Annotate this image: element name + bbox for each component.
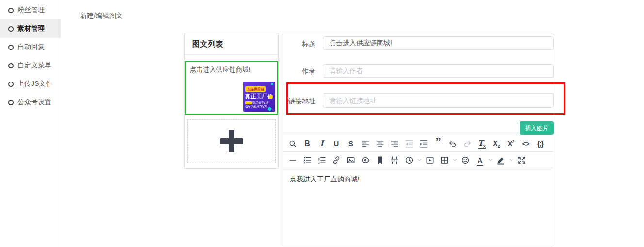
toolbar-page-break-button[interactable] bbox=[387, 152, 402, 168]
radio-circle-icon bbox=[8, 63, 14, 68]
blockquote-icon: ” bbox=[435, 139, 441, 148]
editor-toolbar-row1: BIUS”TxX2X2<>{;} bbox=[283, 135, 554, 152]
toolbar-align-left-button[interactable] bbox=[358, 135, 373, 152]
article-card-title: 点击进入供应链商城! bbox=[190, 66, 273, 74]
underline-icon: U bbox=[334, 139, 339, 148]
toolbar-italic-button[interactable]: I bbox=[314, 135, 329, 152]
plus-icon bbox=[220, 130, 243, 152]
toolbar-preview-button[interactable] bbox=[358, 152, 373, 168]
toolbar-clear-format-button[interactable]: Tx bbox=[475, 135, 489, 152]
article-edit-form: 标题作者链接地址 插入图片 BIUS”TxX2X2<>{;} 123A 点我进入… bbox=[283, 34, 554, 245]
toolbar-undo-button[interactable] bbox=[446, 135, 460, 152]
link-field-label: 链接地址 bbox=[283, 97, 315, 106]
article-list-title: 图文列表 bbox=[185, 33, 278, 55]
sidebar-item-account-settings[interactable]: 公众号设置 bbox=[0, 93, 61, 112]
numbered-list-icon: 123 bbox=[317, 156, 326, 165]
editor-content-area[interactable]: 点我进入工厂直购商城! bbox=[283, 169, 554, 246]
toolbar-insert-time-button[interactable] bbox=[402, 152, 416, 168]
table-dropdown-button[interactable] bbox=[452, 152, 458, 168]
toolbar-emoji-button[interactable] bbox=[458, 152, 473, 168]
toolbar-numbered-list-button[interactable]: 123 bbox=[314, 152, 329, 168]
sidebar-item-label: 自动回复 bbox=[17, 43, 45, 51]
chevron-down-icon bbox=[417, 156, 422, 165]
table-icon bbox=[440, 156, 449, 165]
font-color-dropdown-button[interactable] bbox=[487, 152, 494, 168]
italic-icon: I bbox=[320, 139, 323, 148]
search-icon bbox=[288, 139, 297, 148]
align-left-icon bbox=[361, 139, 370, 148]
highlight-dropdown-button[interactable] bbox=[508, 152, 514, 168]
thumb-chip bbox=[245, 101, 252, 104]
toolbar-bulleted-list-button[interactable] bbox=[300, 152, 314, 168]
redo-icon bbox=[463, 139, 472, 148]
font-color-icon: A bbox=[477, 156, 484, 165]
editor-toolbar-row2: 123A bbox=[283, 152, 554, 168]
add-article-button[interactable] bbox=[187, 119, 276, 163]
sidebar-item-fans[interactable]: 粉丝管理 bbox=[0, 1, 61, 19]
sidebar-item-label: 自定义菜单 bbox=[17, 61, 51, 70]
outdent-icon bbox=[405, 139, 413, 148]
align-right-icon bbox=[390, 139, 399, 148]
sidebar-item-label: 公众号设置 bbox=[17, 98, 51, 107]
clear-format-icon: Tx bbox=[478, 139, 486, 148]
author-input[interactable] bbox=[323, 64, 554, 78]
sidebar-item-auto-reply[interactable]: 自动回复 bbox=[0, 38, 61, 56]
radio-circle-icon bbox=[8, 26, 14, 32]
strikethrough-icon: S bbox=[348, 139, 353, 148]
article-card-selected[interactable]: 点击进入供应链商城! 直连供应链 真正工厂价 商品低至1折 每年为你省下5万 bbox=[185, 61, 278, 115]
thumb-line1: 商品低至1折 bbox=[245, 101, 275, 105]
toolbar-indent-button[interactable] bbox=[416, 135, 431, 152]
article-thumbnail-image: 直连供应链 真正工厂价 商品低至1折 每年为你省下5万 bbox=[243, 82, 275, 112]
bulleted-list-icon bbox=[303, 156, 312, 165]
align-center-icon bbox=[376, 139, 384, 148]
toolbar-horizontal-rule-button[interactable] bbox=[285, 152, 300, 168]
toolbar-align-right-button[interactable] bbox=[387, 135, 402, 152]
preview-icon bbox=[361, 156, 370, 165]
horizontal-rule-icon bbox=[288, 156, 297, 165]
toolbar-superscript-button[interactable]: X2 bbox=[504, 135, 518, 152]
toolbar-table-button[interactable] bbox=[437, 152, 452, 168]
page-break-icon bbox=[390, 156, 399, 165]
toolbar-strikethrough-button[interactable]: S bbox=[344, 135, 358, 152]
editor-toolbar: BIUS”TxX2X2<>{;} 123A bbox=[283, 135, 554, 168]
sidebar-item-material[interactable]: 素材管理 bbox=[0, 19, 61, 38]
link-input[interactable] bbox=[323, 93, 554, 108]
toolbar-video-button[interactable] bbox=[423, 152, 437, 168]
sidebar-item-upload-js[interactable]: 上传JS文件 bbox=[0, 75, 61, 93]
insert-time-icon bbox=[405, 156, 413, 165]
insert-image-button[interactable]: 插入图片 bbox=[520, 121, 554, 135]
highlight-icon bbox=[496, 156, 505, 165]
toolbar-bookmark-button[interactable] bbox=[373, 152, 387, 168]
toolbar-fullscreen-button[interactable] bbox=[514, 152, 529, 168]
radio-circle-icon bbox=[8, 45, 14, 50]
radio-circle-icon bbox=[8, 8, 14, 13]
video-icon bbox=[426, 156, 434, 165]
toolbar-image-button[interactable] bbox=[344, 152, 358, 168]
page-title: 新建/编辑图文 bbox=[80, 12, 123, 20]
toolbar-align-center-button[interactable] bbox=[373, 135, 387, 152]
toolbar-blockquote-button[interactable]: ” bbox=[431, 135, 446, 152]
sidebar-item-custom-menu[interactable]: 自定义菜单 bbox=[0, 56, 61, 75]
toolbar-code-block-button[interactable]: {;} bbox=[533, 135, 547, 152]
toolbar-highlight-button[interactable] bbox=[494, 152, 508, 168]
insert-time-dropdown-button[interactable] bbox=[416, 152, 423, 168]
sidebar-item-label: 上传JS文件 bbox=[17, 80, 52, 88]
toolbar-underline-button[interactable]: U bbox=[329, 135, 344, 152]
link-icon bbox=[332, 156, 341, 165]
sidebar: 粉丝管理素材管理自动回复自定义菜单上传JS文件公众号设置 bbox=[0, 0, 61, 247]
chevron-down-icon bbox=[452, 156, 458, 165]
emoji-icon bbox=[461, 156, 470, 165]
toolbar-search-button[interactable] bbox=[285, 135, 300, 152]
toolbar-subscript-button[interactable]: X2 bbox=[489, 135, 504, 152]
toolbar-link-button[interactable] bbox=[329, 152, 344, 168]
bookmark-icon bbox=[376, 156, 384, 165]
toolbar-bold-button[interactable]: B bbox=[300, 135, 314, 152]
toolbar-font-color-button[interactable]: A bbox=[473, 152, 487, 168]
title-input[interactable] bbox=[323, 36, 554, 50]
article-list-panel: 图文列表 点击进入供应链商城! 直连供应链 真正工厂价 商品低至1折 每年为你省… bbox=[184, 33, 279, 169]
thumb-decor-dot-teal bbox=[271, 83, 273, 85]
inline-code-icon: <> bbox=[522, 139, 529, 148]
indent-icon bbox=[419, 139, 428, 148]
toolbar-inline-code-button[interactable]: <> bbox=[518, 135, 533, 152]
toolbar-outdent-button bbox=[402, 135, 416, 152]
